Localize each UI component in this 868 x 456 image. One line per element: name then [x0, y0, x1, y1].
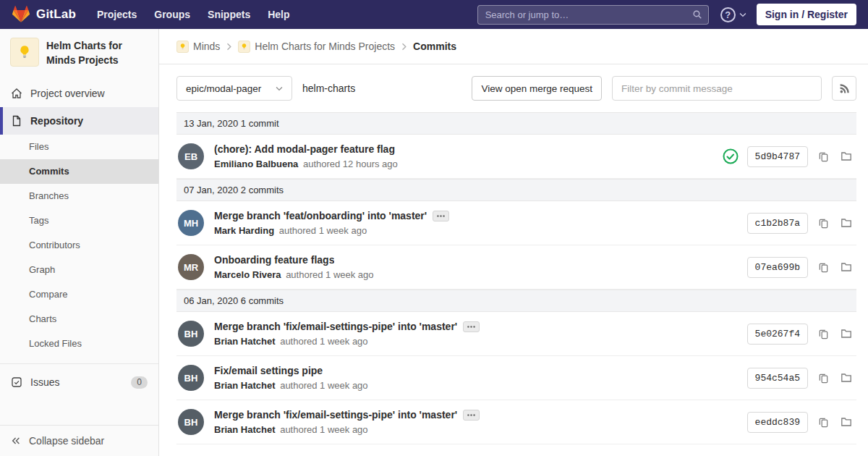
browse-files-button[interactable] — [839, 326, 854, 341]
commit-sha-link[interactable]: 5d9b4787 — [747, 146, 808, 167]
sidebar-subitem-commits[interactable]: Commits — [0, 159, 158, 184]
sidebar-subitem-locked-files[interactable]: Locked Files — [0, 332, 158, 356]
author-avatar[interactable]: BH — [178, 321, 204, 347]
commit-row: BH Merge branch 'fix/email-settings-pipe… — [176, 400, 856, 444]
collapse-sidebar-button[interactable]: Collapse sidebar — [0, 425, 158, 456]
browse-files-button[interactable] — [839, 260, 854, 274]
sidebar-project-link[interactable]: Helm Charts for Minds Projects — [0, 29, 158, 75]
commit-title-link[interactable]: Onboarding feature flags — [214, 254, 334, 266]
commits-feed-button[interactable] — [832, 76, 856, 101]
commit-author-link[interactable]: Mark Harding — [214, 225, 274, 236]
author-avatar[interactable]: BH — [178, 409, 204, 435]
commit-actions: 5d9b4787 — [714, 146, 854, 167]
browse-files-button[interactable] — [839, 149, 854, 164]
author-avatar[interactable]: BH — [178, 365, 204, 391]
sidebar-subitem-contributors[interactable]: Contributors — [0, 233, 158, 258]
navbar-link-help[interactable]: Help — [260, 4, 297, 25]
folder-icon — [841, 372, 852, 384]
author-avatar[interactable]: MR — [178, 254, 204, 280]
sidebar-subitem-files[interactable]: Files — [0, 135, 158, 159]
commit-actions: eeddc839 — [739, 412, 854, 433]
sidebar-subitem-tags[interactable]: Tags — [0, 208, 158, 233]
commit-title-link[interactable]: Merge branch 'feat/onboarding' into 'mas… — [214, 210, 427, 221]
avatar-initials: BH — [184, 373, 198, 384]
commit-title-link[interactable]: Fix/email settings pipe — [214, 365, 323, 376]
issues-icon — [11, 376, 22, 388]
commit-filter-input[interactable] — [612, 76, 822, 101]
sidebar-item-repository[interactable]: Repository — [0, 107, 158, 135]
project-sidebar: Helm Charts for Minds Projects Project o… — [0, 29, 159, 456]
sidebar-item-issues[interactable]: Issues 0 — [0, 368, 158, 397]
commit-author-link[interactable]: Brian Hatchet — [214, 380, 276, 391]
main-content: Minds Helm Charts for Minds Projects Com… — [159, 29, 868, 456]
commit-actions: 5e0267f4 — [739, 324, 854, 345]
commit-info: Merge branch 'feat/onboarding' into 'mas… — [214, 210, 739, 236]
breadcrumb-project-link[interactable]: Helm Charts for Minds Projects — [238, 41, 395, 53]
repo-root-link[interactable]: helm-charts — [302, 83, 355, 94]
help-dropdown[interactable]: ? — [720, 7, 746, 22]
commit-date-header: 06 Jan, 2020 6 commits — [176, 290, 856, 312]
navbar-link-snippets[interactable]: Snippets — [200, 4, 258, 25]
pipeline-status-passed-icon[interactable] — [723, 148, 739, 164]
commit-sha-link[interactable]: c1b2b87a — [747, 213, 808, 234]
chevron-down-icon — [276, 86, 283, 91]
browse-files-button[interactable] — [839, 371, 854, 385]
commit-title-link[interactable]: (chore): Add modal-pager feature flag — [214, 143, 395, 155]
commit-author-link[interactable]: Marcelo Rivera — [214, 269, 281, 280]
folder-icon — [841, 328, 852, 339]
tanuki-logo-icon — [12, 6, 30, 23]
commit-author-link[interactable]: Brian Hatchet — [214, 424, 276, 435]
sidebar-nav: Project overview Repository FilesCommits… — [0, 80, 158, 397]
top-navbar: GitLab ProjectsGroupsSnippetsHelp ? Sign… — [0, 0, 868, 29]
sidebar-item-project-overview[interactable]: Project overview — [0, 80, 158, 107]
copy-icon — [818, 218, 829, 229]
navbar-link-groups[interactable]: Groups — [146, 4, 198, 25]
commit-info: Onboarding feature flags Marcelo Rivera … — [214, 254, 739, 280]
sidebar-subitem-compare[interactable]: Compare — [0, 282, 158, 307]
help-icon: ? — [720, 7, 736, 22]
branch-selector-dropdown[interactable]: epic/modal-pager — [176, 76, 292, 101]
commit-meta: Brian Hatchet authored 1 week ago — [214, 336, 739, 347]
toggle-commit-description-button[interactable] — [463, 410, 480, 421]
commit-date-header: 07 Jan, 2020 2 commits — [176, 179, 856, 201]
search-input[interactable] — [477, 5, 709, 25]
breadcrumb-group-link[interactable]: Minds — [176, 41, 220, 53]
toggle-commit-description-button[interactable] — [463, 321, 480, 332]
commit-sha-link[interactable]: 07ea699b — [747, 257, 808, 278]
author-avatar[interactable]: MH — [178, 210, 204, 236]
copy-icon — [818, 262, 829, 273]
sidebar-subitem-branches[interactable]: Branches — [0, 184, 158, 208]
navbar-link-projects[interactable]: Projects — [89, 4, 145, 25]
toggle-commit-description-button[interactable] — [433, 211, 449, 221]
browse-files-button[interactable] — [839, 415, 854, 429]
copy-commit-sha-button[interactable] — [817, 150, 830, 164]
commit-title-link[interactable]: Merge branch 'fix/email-settings-pipe' i… — [214, 409, 457, 421]
commit-list: 13 Jan, 2020 1 commit EB (chore): Add mo… — [176, 112, 856, 444]
commit-meta: Mark Harding authored 1 week ago — [214, 225, 739, 236]
gitlab-home-link[interactable]: GitLab — [12, 6, 76, 23]
sidebar-subitem-charts[interactable]: Charts — [0, 307, 158, 332]
commit-row: EB (chore): Add modal-pager feature flag… — [176, 135, 856, 179]
commit-sha-link[interactable]: 954c54a5 — [747, 368, 808, 389]
browse-files-button[interactable] — [839, 216, 854, 230]
breadcrumb-group-label: Minds — [193, 41, 220, 52]
copy-commit-sha-button[interactable] — [817, 371, 830, 385]
navbar-menu: ProjectsGroupsSnippetsHelp — [89, 4, 298, 25]
commit-author-link[interactable]: Emiliano Balbuena — [214, 159, 298, 169]
avatar-initials: BH — [184, 417, 198, 428]
copy-commit-sha-button[interactable] — [817, 415, 830, 429]
commit-title-link[interactable]: Merge branch 'fix/email-settings-pipe' i… — [214, 321, 457, 332]
author-avatar[interactable]: EB — [178, 143, 204, 169]
commit-author-link[interactable]: Brian Hatchet — [214, 336, 276, 347]
sign-in-button[interactable]: Sign in / Register — [757, 4, 856, 25]
copy-icon — [818, 329, 829, 339]
view-open-merge-request-button[interactable]: View open merge request — [472, 76, 602, 101]
sidebar-subitem-graph[interactable]: Graph — [0, 258, 158, 282]
copy-commit-sha-button[interactable] — [817, 327, 830, 341]
copy-commit-sha-button[interactable] — [817, 261, 830, 274]
commit-sha-link[interactable]: 5e0267f4 — [747, 324, 808, 345]
commit-date-header: 13 Jan, 2020 1 commit — [176, 112, 856, 135]
document-icon — [11, 115, 22, 127]
copy-commit-sha-button[interactable] — [817, 216, 830, 230]
commit-sha-link[interactable]: eeddc839 — [747, 412, 808, 433]
